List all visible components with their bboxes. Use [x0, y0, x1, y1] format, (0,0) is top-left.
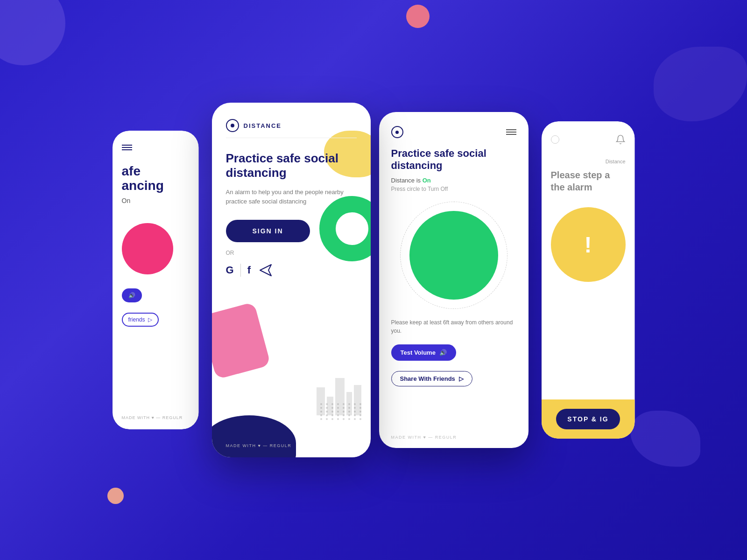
p1-friends-button[interactable]: friends ▷: [122, 313, 159, 327]
p1-menu-icon: [122, 145, 190, 150]
bg-circle-bottom: [107, 488, 124, 504]
p3-footer: MADE WITH ♥ — REGULR: [391, 435, 457, 440]
p3-press-text: Press circle to Turn Off: [391, 186, 516, 192]
p2-facebook-button[interactable]: f: [247, 264, 251, 276]
p2-social-row: G f: [226, 262, 357, 279]
p2-subtitle: An alarm to help you and the people near…: [226, 188, 357, 206]
p1-title: afe ancing: [122, 164, 190, 193]
svg-marker-0: [260, 265, 271, 276]
p2-or-label: OR: [226, 250, 357, 256]
p4-stop-button[interactable]: STOP & IG: [556, 409, 620, 429]
p1-footer: MADE WITH ♥ — REGULR: [122, 415, 183, 420]
p3-menu-icon: [506, 129, 516, 135]
p2-google-button[interactable]: G: [226, 264, 234, 276]
p3-circle-area[interactable]: [391, 202, 516, 309]
p1-pink-circle: [122, 223, 173, 274]
bg-blob-2: [630, 411, 700, 467]
p3-test-volume-button[interactable]: Test Volume 🔊: [391, 344, 456, 361]
phones-container: afe ancing On 🔊 friends ▷ MADE WITH ♥ — …: [108, 103, 640, 457]
phone-3: Practice safe social distancing Distance…: [379, 112, 529, 448]
p1-on-text: On: [122, 197, 190, 204]
phone-2: DISTANCE Practice safe social distancing…: [212, 103, 371, 457]
p2-social-divider: [240, 264, 241, 277]
bg-circle-top: [406, 5, 430, 28]
p3-keep-text: Please keep at least 6ft away from other…: [391, 318, 516, 335]
p3-title: Practice safe social distancing: [391, 147, 516, 172]
p1-volume-button[interactable]: 🔊: [122, 288, 142, 302]
p2-logo-icon: [226, 119, 239, 132]
p3-share-button[interactable]: Share With Friends ▷: [391, 371, 472, 386]
bg-blob-1: [654, 47, 747, 121]
p3-on-text: On: [423, 177, 431, 184]
p2-signin-button[interactable]: SIGN IN: [226, 220, 310, 242]
p4-exclaim-mark: !: [585, 232, 592, 258]
p3-green-circle: [409, 211, 498, 300]
p3-status-row: Distance is On: [391, 177, 516, 184]
p4-header: [551, 134, 626, 145]
p2-footer: MADE WITH ♥ — REGULR: [226, 443, 292, 448]
phone-4: Distance Please step a the alarm ! STOP …: [542, 121, 635, 439]
p4-alarm-circle: !: [551, 207, 626, 282]
p4-title: Please step a the alarm: [551, 169, 626, 193]
p3-logo-icon: [391, 126, 403, 138]
p4-status-dot: [551, 135, 559, 144]
p2-divider: [226, 138, 357, 138]
p3-header: [391, 126, 516, 138]
phone-1: afe ancing On 🔊 friends ▷ MADE WITH ♥ — …: [113, 131, 199, 429]
p2-logo-dot: [231, 124, 234, 127]
p4-distance-label: Distance: [551, 159, 626, 164]
p2-header: DISTANCE: [226, 119, 357, 132]
p2-logo-text: DISTANCE: [244, 122, 282, 129]
p3-logo-dot: [395, 131, 399, 134]
p4-bell-icon: [615, 134, 626, 145]
p2-send-button[interactable]: [257, 262, 274, 279]
bg-circle-1: [0, 0, 65, 65]
p2-title: Practice safe social distancing: [226, 151, 357, 180]
p3-outer-ring: [400, 202, 507, 309]
